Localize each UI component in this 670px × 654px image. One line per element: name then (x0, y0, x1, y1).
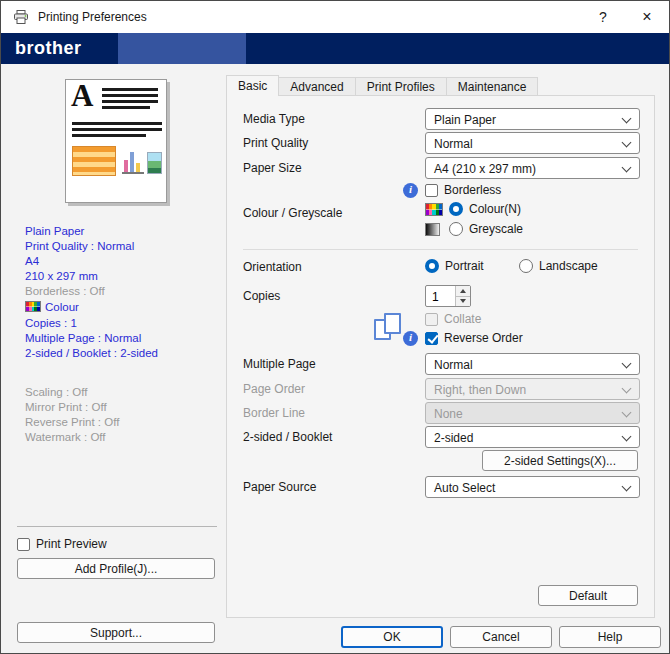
info-icon (403, 331, 418, 346)
colour-radio-label: Colour(N) (469, 202, 521, 216)
preview-chart-graphic (122, 144, 144, 174)
cancel-button[interactable]: Cancel (450, 626, 552, 648)
border-line-row: Border Line None (243, 402, 638, 424)
collate-row: Collate (243, 312, 638, 328)
summary-copies: Copies : 1 (25, 315, 227, 330)
add-profile-button[interactable]: Add Profile(J)... (17, 558, 215, 579)
border-line-label: Border Line (243, 406, 305, 420)
left-panel-divider (17, 526, 217, 527)
summary-list: Plain Paper Print Quality : Normal A4 21… (25, 223, 227, 444)
two-sided-select[interactable]: 2-sided (425, 426, 640, 448)
paper-size-row: Paper Size A4 (210 x 297 mm) (243, 157, 638, 179)
two-sided-value: 2-sided (434, 431, 473, 445)
reverse-order-row: Reverse Order (243, 331, 638, 347)
summary-media-type: Plain Paper (25, 223, 227, 238)
summary-reverse-print: Reverse Print : Off (25, 414, 227, 429)
paper-size-value: A4 (210 x 297 mm) (434, 162, 536, 176)
summary-colour: Colour (25, 298, 227, 315)
brother-logo: brother (15, 38, 82, 59)
preview-table-graphic (72, 146, 116, 176)
default-button[interactable]: Default (538, 585, 638, 606)
borderless-label: Borderless (444, 183, 501, 197)
chevron-down-icon (622, 163, 632, 173)
borderless-row: Borderless (243, 183, 638, 199)
page-order-label: Page Order (243, 382, 305, 396)
ok-button[interactable]: OK (341, 626, 443, 648)
portrait-radio-label: Portrait (445, 259, 484, 273)
borderless-checkbox-box[interactable] (425, 184, 438, 197)
summary-borderless: Borderless : Off (25, 283, 227, 298)
print-quality-row: Print Quality Normal (243, 132, 638, 154)
paper-size-select[interactable]: A4 (210 x 297 mm) (425, 157, 640, 179)
copies-row: Copies 1 (243, 285, 638, 307)
media-type-value: Plain Paper (434, 113, 496, 127)
paper-source-row: Paper Source Auto Select (243, 476, 638, 498)
greyscale-radio-button[interactable] (449, 222, 463, 236)
print-preview-checkbox[interactable]: Print Preview (17, 537, 107, 551)
summary-print-quality: Print Quality : Normal (25, 238, 227, 253)
media-type-row: Media Type Plain Paper (243, 108, 638, 130)
colour-option-row: Colour / Greyscale Colour(N) (243, 202, 638, 218)
tab-strip: Basic Advanced Print Profiles Maintenanc… (226, 75, 538, 96)
default-row: Default (243, 585, 638, 607)
support-button[interactable]: Support... (17, 622, 215, 643)
colour-radio-button[interactable] (449, 202, 463, 216)
reverse-order-checkbox[interactable]: Reverse Order (425, 331, 523, 345)
settings-summary-panel: A Plain Paper Print Quality : Normal (9, 71, 227, 645)
info-icon (403, 183, 418, 198)
tab-print-profiles[interactable]: Print Profiles (356, 77, 447, 96)
paper-size-label: Paper Size (243, 161, 302, 175)
chevron-down-icon (622, 359, 632, 369)
paper-source-select[interactable]: Auto Select (425, 476, 640, 498)
landscape-radio[interactable]: Landscape (519, 259, 598, 273)
colour-radio[interactable]: Colour(N) (449, 202, 521, 216)
copies-label: Copies (243, 289, 280, 303)
reverse-order-checkbox-box[interactable] (425, 332, 438, 345)
greyscale-icon (425, 223, 440, 236)
copies-spin-buttons (455, 286, 470, 306)
print-quality-select[interactable]: Normal (425, 132, 640, 154)
basic-tab-page: Media Type Plain Paper Print Quality Nor… (226, 95, 655, 618)
collate-label: Collate (444, 312, 481, 326)
colour-palette-icon (425, 203, 443, 216)
summary-two-sided: 2-sided / Booklet : 2-sided (25, 345, 227, 360)
help-button[interactable]: Help (559, 626, 661, 648)
print-quality-label: Print Quality (243, 136, 308, 150)
greyscale-radio[interactable]: Greyscale (449, 222, 523, 236)
spinner-up-button[interactable] (456, 286, 470, 297)
tab-advanced[interactable]: Advanced (279, 77, 355, 96)
help-titlebar-button[interactable]: ? (581, 1, 625, 33)
portrait-radio-button[interactable] (425, 259, 439, 273)
greyscale-radio-label: Greyscale (469, 222, 523, 236)
chevron-down-icon (622, 138, 632, 148)
two-sided-settings-button[interactable]: 2-sided Settings(X)... (482, 450, 638, 471)
landscape-radio-button[interactable] (519, 259, 533, 273)
preview-thumbnail: A (65, 79, 167, 203)
print-preview-checkbox-box[interactable] (17, 538, 30, 551)
tab-maintenance[interactable]: Maintenance (447, 77, 539, 96)
summary-mirror-print: Mirror Print : Off (25, 399, 227, 414)
multiple-page-row: Multiple Page Normal (243, 353, 638, 375)
two-sided-label: 2-sided / Booklet (243, 430, 332, 444)
multiple-page-select[interactable]: Normal (425, 353, 640, 375)
colour-greyscale-label: Colour / Greyscale (243, 206, 342, 220)
orientation-row: Orientation Portrait Landscape (243, 259, 638, 275)
page-order-row: Page Order Right, then Down (243, 378, 638, 400)
border-line-value: None (434, 407, 463, 421)
border-line-select: None (425, 402, 640, 424)
copies-value: 1 (432, 290, 439, 304)
chevron-down-icon (622, 408, 632, 418)
borderless-checkbox[interactable]: Borderless (425, 183, 501, 197)
two-sided-row: 2-sided / Booklet 2-sided (243, 426, 638, 448)
copies-stepper[interactable]: 1 (425, 285, 471, 307)
summary-paper-dimensions: 210 x 297 mm (25, 268, 227, 283)
colour-palette-icon (25, 301, 41, 312)
brother-banner: brother (1, 33, 669, 64)
preview-photo-graphic (147, 152, 162, 174)
portrait-radio[interactable]: Portrait (425, 259, 484, 273)
media-type-select[interactable]: Plain Paper (425, 108, 640, 130)
chevron-down-icon (622, 482, 632, 492)
close-button[interactable]: × (625, 1, 669, 33)
spinner-down-button[interactable] (456, 297, 470, 307)
tab-basic[interactable]: Basic (226, 75, 279, 96)
